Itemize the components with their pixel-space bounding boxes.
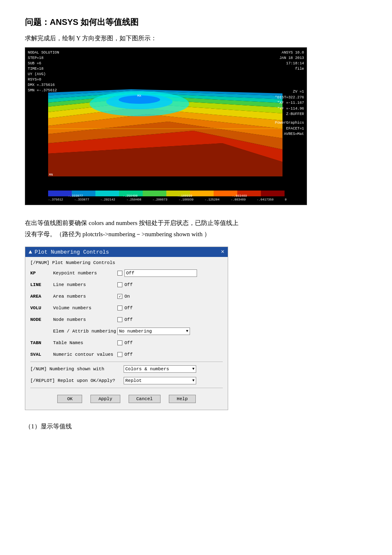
dialog-control-area: On <box>117 294 223 299</box>
dialog-desc-line: Line numbers <box>53 282 117 287</box>
label-line-off: Off <box>124 282 133 287</box>
ansys-info-right: ANSYS 10.0 JAN 18 2013 17:18:14 file <box>280 50 304 72</box>
label-volu-off: Off <box>124 306 133 311</box>
ok-button[interactable]: OK <box>57 395 82 403</box>
dialog-desc-kp: Keypoint numbers <box>53 271 117 276</box>
dialog-row-tabn: TABN Table Names Off <box>30 338 223 347</box>
dropdown-num-value: Colors & numbers <box>125 367 169 372</box>
dialog-row-elem: Elem / Attrib numbering No numbering ▼ <box>30 327 223 336</box>
dialog-control-elem: No numbering ▼ <box>117 328 223 335</box>
dropdown-elem[interactable]: No numbering ▼ <box>117 328 190 335</box>
dialog-divider-2 <box>30 388 223 388</box>
dialog-control-line: Off <box>117 282 223 287</box>
dialog-desc-volu: Volume numbers <box>53 306 117 311</box>
dialog-key-line: LINE <box>30 282 53 287</box>
dialog-control-replot: Replot ▼ <box>124 377 223 384</box>
checkbox-volu[interactable] <box>117 306 122 311</box>
dialog-row-kp: KP Keypoint numbers Off <box>30 269 223 278</box>
plot-numbering-dialog: ▲ Plot Numbering Controls × [/PNUM] Plot… <box>25 247 228 410</box>
dialog-desc-area: Area numbers <box>53 294 117 299</box>
dialog-row-line: LINE Line numbers Off <box>30 280 223 289</box>
ansys-scale-labels-bottom: -.375612 -.333877 -.292142 -.250408 -.20… <box>48 198 287 201</box>
dropdown-replot-value: Replot <box>125 378 142 383</box>
checkbox-area[interactable] <box>117 294 122 299</box>
subtitle: 求解完成后，绘制 Y 方向变形图，如下图所示： <box>25 34 367 42</box>
checkbox-kp[interactable] <box>117 271 122 276</box>
ansys-powergraphics: PowerGraphics EFACET=1 AVRES=Mat <box>275 120 304 137</box>
dialog-desc-tabn: Table Names <box>53 340 117 345</box>
dialog-control-num: Colors & numbers ▼ <box>124 365 223 373</box>
ansys-info-left: NODAL SOLUTION STEP=18 SUB =6 TIME=18 UY… <box>28 50 59 93</box>
dropdown-elem-value: No numbering <box>119 329 152 334</box>
dialog-key-kp: KP <box>30 271 53 276</box>
checkbox-line[interactable] <box>117 282 122 287</box>
checkbox-sval[interactable] <box>117 352 122 357</box>
dialog-row-sval: SVAL Numeric contour values Off <box>30 350 223 359</box>
ansys-colormap-svg: MX MN <box>48 89 282 176</box>
svg-text:MX: MX <box>137 94 141 98</box>
dialog-control-kp: Off <box>117 269 223 277</box>
dialog-divider-1 <box>30 362 223 362</box>
description: 在出等值线图前要确保 colors and numbers 按钮处于开启状态，已… <box>25 218 367 240</box>
dialog-desc-node: Node numbers <box>53 317 117 322</box>
ansys-info-right2: ZV =1 *DIST=322.276 *XF =-11.167 *YF =-1… <box>275 89 304 117</box>
dialog-section-label: [/PNUM] Plot Numbering Controls <box>30 260 223 265</box>
dropdown-replot[interactable]: Replot ▼ <box>124 377 196 384</box>
dialog-row-num: [/NUM] Numbering shown with Colors & num… <box>30 364 223 374</box>
dialog-key-area: AREA <box>30 294 53 299</box>
ansys-scale-labels-top: -.333877 -.250400 -.166939 -.083469 <box>48 194 287 198</box>
svg-text:MN: MN <box>49 173 53 176</box>
dialog-row-area: AREA Area numbers On <box>30 292 223 301</box>
dialog-key-node: NODE <box>30 317 53 322</box>
dropdown-num-arrow: ▼ <box>192 367 195 371</box>
checkbox-tabn[interactable] <box>117 340 122 345</box>
dialog-title-text: Plot Numbering Controls <box>34 249 109 255</box>
dialog-row-replot: [/REPLOT] Replot upon OK/Apply? Replot ▼ <box>30 376 223 385</box>
dialog-title-icon: ▲ <box>29 249 32 255</box>
dropdown-elem-arrow: ▼ <box>186 329 188 333</box>
dialog-titlebar: ▲ Plot Numbering Controls × <box>25 247 228 257</box>
checkbox-node[interactable] <box>117 317 122 322</box>
label-tabn-off: Off <box>124 340 133 345</box>
dropdown-replot-arrow: ▼ <box>192 379 195 383</box>
dialog-control-node: Off <box>117 317 223 322</box>
dialog-body: [/PNUM] Plot Numbering Controls KP Keypo… <box>25 257 228 410</box>
dialog-desc-elem: Elem / Attrib numbering <box>53 329 117 334</box>
dropdown-num[interactable]: Colors & numbers ▼ <box>124 365 196 373</box>
dialog-row-node: NODE Node numbers Off <box>30 315 223 324</box>
label-node-off: Off <box>124 317 133 322</box>
dialog-key-sval: SVAL <box>30 352 53 357</box>
dialog-control-sval: Off <box>117 352 223 357</box>
dialog-buttons: OK Apply Cancel Help <box>30 391 223 406</box>
dialog-close-button[interactable]: × <box>221 249 224 255</box>
dialog-control-tabn: Off <box>117 340 223 345</box>
label-area-on: On <box>124 294 130 299</box>
dialog-row-volu: VOLU Volume numbers Off <box>30 303 223 313</box>
dialog-desc-sval: Numeric contour values <box>53 352 117 357</box>
apply-button[interactable]: Apply <box>90 395 120 403</box>
ansys-simulation-frame: NODAL SOLUTION STEP=18 SUB =6 TIME=18 UY… <box>25 47 307 205</box>
dialog-desc-replot: [/REPLOT] Replot upon OK/Apply? <box>30 378 124 383</box>
dialog-control-volu: Off <box>117 306 223 311</box>
help-button[interactable]: Help <box>169 395 195 403</box>
dialog-desc-num: [/NUM] Numbering shown with <box>30 367 124 372</box>
cancel-button[interactable]: Cancel <box>129 395 161 403</box>
dialog-key-tabn: TABN <box>30 340 53 345</box>
description-line1: 在出等值线图前要确保 colors and numbers 按钮处于开启状态，已… <box>25 218 367 229</box>
section-heading: （1）显示等值线 <box>25 423 367 430</box>
label-sval-off: Off <box>124 352 133 357</box>
dialog-key-volu: VOLU <box>30 306 53 311</box>
page-title: 问题：ANSYS 如何出等值线图 <box>25 17 367 28</box>
description-line2: 没有字母。（路径为 plotctrls->numbering－>numberin… <box>25 229 367 240</box>
textbox-kp: Off <box>124 269 197 277</box>
